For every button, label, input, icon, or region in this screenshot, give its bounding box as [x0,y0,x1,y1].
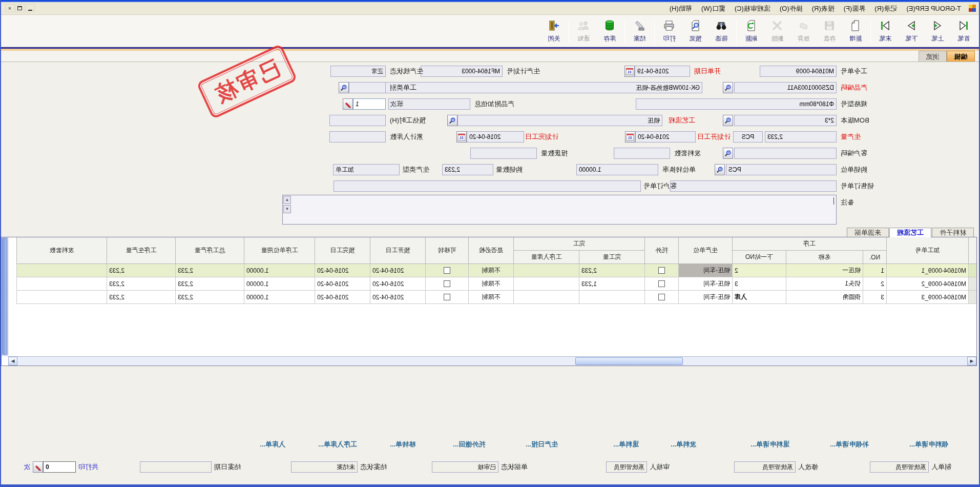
minimize-button[interactable] [26,4,35,12]
scroll-down-button[interactable]: ▼ [283,205,291,213]
vertical-scroll-thumb[interactable] [2,238,7,355]
horizontal-scroll-thumb[interactable] [575,357,683,365]
production-qty-field[interactable]: 2,233 [765,131,837,143]
cell-sets[interactable] [16,264,107,277]
cell-proc_qty[interactable]: 2,233 [107,277,175,291]
checkbox-transferable[interactable] [444,267,450,274]
cell-done_qty[interactable]: 2,233 [579,264,644,277]
detail-tab-3[interactable]: 来源单据 [847,228,889,237]
scroll-right-button[interactable]: ▶ [8,357,17,366]
planned-start-field[interactable]: 2016-04-20 [635,131,696,143]
estimated-hours-field[interactable] [329,115,386,126]
toolbar-button-last[interactable]: 末笔 [872,17,899,46]
menu-item-2[interactable]: 记录(R) [870,4,902,13]
restore-button[interactable] [15,4,25,12]
cell-stockin_qty[interactable] [513,277,579,291]
print-count-edit-button[interactable] [33,461,43,473]
checkbox-transferable[interactable] [444,280,450,287]
bom-version-field[interactable]: 2*3 [734,115,837,126]
doc-link-9[interactable]: 工序入库单... [318,440,357,449]
cell-order_no[interactable]: M01604-0009_2 [886,277,968,291]
doc-link-7[interactable]: 托外缴回... [453,440,485,449]
cell-no[interactable]: 2 [863,277,886,291]
remark-field[interactable]: ▲ ▼ [282,195,837,225]
cell-unit_usage[interactable]: 1.00000 [244,264,315,277]
cell-outsourced[interactable] [644,291,678,304]
cell-transferable[interactable] [425,264,468,277]
cell-total_qty[interactable]: 2,233 [175,277,244,291]
doc-link-5[interactable]: 退料单... [613,440,639,449]
toolbar-button-inventory[interactable]: 库存 [597,17,623,46]
toolbar-button-prev[interactable]: 上笔 [925,17,951,46]
order-category-field[interactable] [349,82,386,93]
unit-conversion-field[interactable]: 1.00000 [576,164,658,175]
toolbar-button-close-case[interactable]: 结案 [627,17,653,46]
customer-code-field[interactable] [734,148,837,159]
menu-item-4[interactable]: 报表(R) [807,4,839,13]
cell-order_no[interactable]: M01604-0009_3 [886,291,968,304]
toolbar-button-discard[interactable]: 放弃 [790,17,817,46]
cell-proc_qty[interactable]: 2,233 [107,264,175,277]
cell-done_qty[interactable] [579,291,644,304]
doc-link-2[interactable]: 补领申请单... [830,440,869,449]
line-status-field[interactable]: 正常 [330,66,386,77]
row-indicator[interactable] [968,264,976,277]
toolbar-button-preview[interactable]: 预览 [682,17,708,46]
cell-next[interactable]: 3 [732,277,786,291]
cell-name[interactable]: 锁压一 [786,264,863,277]
menu-item-1[interactable]: T-GROUP ERP(E) [902,4,966,13]
cell-must_inspect[interactable]: 不限制 [468,264,513,277]
accum-stockin-field[interactable] [329,131,386,143]
row-indicator[interactable] [968,277,976,291]
cell-sets[interactable] [16,291,107,304]
toolbar-button-notify[interactable]: 通知 [571,17,597,46]
doc-link-10[interactable]: 入库单... [260,440,285,449]
scroll-up-button[interactable]: ▲ [283,196,291,204]
cell-pre_start[interactable]: 2016-04-20 [370,291,425,304]
toolbar-button-next[interactable]: 下笔 [899,17,925,46]
product-code-lookup-button[interactable] [723,82,733,93]
checkbox-transferable[interactable] [444,294,450,300]
print-count-field[interactable]: 0 [43,461,76,473]
cell-proc_qty[interactable]: 2,233 [107,291,175,304]
scroll-left-button[interactable]: ◀ [967,357,976,366]
cell-transferable[interactable] [425,277,468,291]
close-window-button[interactable]: × [5,4,14,12]
purchase-unit-field[interactable]: PCS [726,164,837,175]
order-category-lookup-button[interactable] [339,82,349,93]
production-type-field[interactable]: 加工单 [333,164,400,175]
cell-next[interactable]: 2 [732,264,786,277]
cell-pre_start[interactable]: 2016-04-20 [370,277,425,291]
cell-pre_start[interactable]: 2016-04-20 [370,264,425,277]
vertical-scrollbar[interactable] [2,237,8,356]
toolbar-button-filter[interactable]: 筛选 [708,17,735,46]
open-date-calendar-button[interactable]: 31 [624,66,635,77]
view-tab-1[interactable]: 编辑 [947,51,975,62]
cell-unit_usage[interactable]: 1.00000 [244,291,315,304]
doc-link-8[interactable]: 移转单... [390,440,415,449]
toolbar-button-save[interactable]: 存盘 [817,17,843,46]
toolbar-button-new[interactable]: 新增 [843,17,869,46]
menu-item-3[interactable]: 界面(F) [839,4,870,13]
shift-field[interactable]: 1 [353,98,386,110]
issue-sets-field[interactable] [614,148,670,159]
checkbox-outsourced[interactable] [658,294,665,300]
cell-sets[interactable] [16,277,107,291]
checkbox-outsourced[interactable] [658,280,665,287]
planned-finish-field[interactable]: 2016-04-20 [467,131,524,143]
planned-finish-calendar-button[interactable]: 31 [456,131,467,143]
menu-item-7[interactable]: 窗口(W) [697,4,730,13]
cell-stockin_qty[interactable] [513,291,579,304]
cell-pre_finish[interactable]: 2016-04-20 [315,264,370,277]
scrap-qty-field[interactable] [470,148,537,159]
cell-unit_dept[interactable]: 锁压-车间 [678,264,732,277]
cell-order_no[interactable]: M01604-0009_1 [886,264,968,277]
work-order-no-field[interactable]: M01604-0009 [760,66,837,77]
view-tab-2[interactable]: 浏览 [919,51,947,62]
process-flow-lookup-button[interactable] [447,115,457,126]
checkbox-outsourced[interactable] [658,267,665,274]
shift-edit-button[interactable] [343,98,353,110]
doc-link-6[interactable]: 生产日报... [526,440,558,449]
planned-start-calendar-button[interactable]: 31 [625,131,635,143]
cell-transferable[interactable] [425,291,468,304]
